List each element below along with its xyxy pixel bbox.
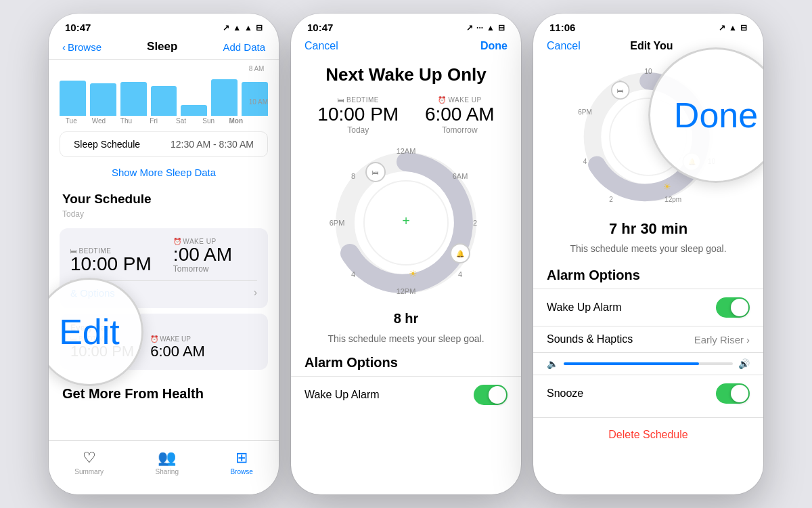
add-data-button[interactable]: Add Data [223,41,265,53]
tab-summary[interactable]: ♡ Summary [74,449,104,475]
p2-wake-alarm-label: Wake Up Alarm [304,389,380,401]
wakeup-col: ⏰ WAKE UP :00 AM Tomorrow [173,238,232,274]
p3-nav-title: Edit You [630,40,673,52]
status-bar-3: 11:06 ↗ ▲ ⊟ [533,14,763,36]
tab-sharing-label: Sharing [155,468,178,475]
bed-icon-3: 🛏 [338,96,345,104]
p3-snooze-row: Snooze [533,375,763,412]
p3-alarm-title: Alarm Options [533,261,763,289]
sharing-icon: 👥 [158,449,176,467]
svg-text:🛏: 🛏 [372,169,379,176]
nav-title: Sleep [147,40,177,54]
status-icons-3: ↗ ▲ ⊟ [719,23,747,33]
bar-fri [151,86,177,116]
p2-alarm-row: Wake Up Alarm [291,376,521,413]
done-button-2[interactable]: Done [480,40,508,52]
wakeup-sub: Tomorrow [173,264,232,274]
bar-thu [120,82,147,116]
phone-2: 10:47 ↗ ··· ▲ ⊟ Cancel Done Next Wake Up… [291,14,521,494]
status-time-1: 10:47 [65,22,91,33]
p3-sounds-row: Sounds & Haptics Early Riser › [533,326,763,352]
chart-label-wed: Wed [87,117,111,125]
y-label-8am: 8 AM [249,65,268,72]
p2-bedtime-col: 🛏 BEDTIME 10:00 PM Today [317,96,399,135]
p2-duration: 8 hr [291,304,521,333]
your-schedule-title: Your Schedule [49,185,279,209]
back-button[interactable]: ‹ Browse [62,41,102,53]
tab-sharing[interactable]: 👥 Sharing [155,449,178,475]
p3-duration: 7 hr 30 min [533,215,763,243]
p3-meets-goal: This schedule meets your sleep goal. [533,243,763,254]
battery-icon-3: ⊟ [740,23,747,33]
battery-icon-2: ⊟ [498,23,505,33]
sleep-schedule-time: 12:30 AM - 8:30 AM [171,139,254,150]
alarm-icon-3: ⏰ [438,96,447,104]
status-icons-2: ↗ ··· ▲ ⊟ [466,23,505,33]
show-more-button[interactable]: Show More Sleep Data [49,160,279,185]
svg-text:12pm: 12pm [664,196,681,203]
svg-text:4: 4 [351,270,355,278]
p2-wakeup-col: ⏰ WAKE UP 6:00 AM Tomorrow [425,96,495,135]
chart-label-sat: Sat [169,117,193,125]
chart-label-sun: Sun [197,117,221,125]
bedtime-col: 🛏 BEDTIME 10:00 PM [70,247,152,274]
p3-sounds-label: Sounds & Haptics [547,333,633,345]
status-time-3: 11:06 [549,22,575,33]
p3-snooze-toggle[interactable] [716,383,750,404]
svg-text:4: 4 [583,158,587,165]
dots-icon: ··· [476,23,483,33]
svg-text:4: 4 [458,270,462,278]
next-wake-title: Next Wake Up Only [291,59,521,96]
p2-nav-bar: Cancel Done [291,36,521,59]
location-icon-2: ↗ [466,23,473,33]
wakeup-label-2: WAKE UP [160,335,191,343]
bedtime-time: 10:00 PM [70,255,152,274]
status-bar-2: 10:47 ↗ ··· ▲ ⊟ [291,14,521,36]
svg-text:6AM: 6AM [453,172,468,180]
volume-high-icon: 🔊 [738,358,750,369]
cancel-button-2[interactable]: Cancel [304,40,338,52]
everyday-wakeup: ⏰ WAKE UP 6:00 AM [150,335,205,360]
bar-tue [60,81,86,116]
p3-sounds-right[interactable]: Early Riser › [694,334,750,345]
tab-browse[interactable]: ⊞ Browse [230,449,252,475]
chart-label-mon: Mon [224,117,248,125]
status-bar-1: 10:47 ↗ ▲ ▲ ⊟ [49,14,279,36]
wakeup-time: :00 AM [173,245,232,264]
today-label: Today [49,209,279,223]
svg-text:☀: ☀ [663,182,671,192]
svg-text:🔔: 🔔 [456,249,465,258]
status-time-2: 10:47 [307,22,333,33]
delete-schedule-button[interactable]: Delete Schedule [533,417,763,452]
wifi-icon: ▲ [244,23,252,33]
wake-alarm-toggle[interactable] [474,385,508,405]
location-icon: ↗ [223,23,229,33]
p2-alarm-title: Alarm Options [291,344,521,376]
p2-clock: 12AM 2 4 12PM 4 6PM 8 6AM 🛏 🔔 + [291,142,521,304]
p2-bedtime-sub: Today [347,125,369,135]
p2-bedtime-type: 🛏 BEDTIME [338,96,379,104]
cancel-button-3[interactable]: Cancel [547,40,581,52]
p2-wakeup-val: 6:00 AM [425,104,495,125]
signal-icon-3: ▲ [729,23,737,33]
phone-1: 10:47 ↗ ▲ ▲ ⊟ ‹ Browse Sleep Add Data [49,14,279,494]
heart-icon: ♡ [83,449,96,467]
battery-icon: ⊟ [256,23,263,33]
sleep-schedule-label: Sleep Schedule [74,139,140,150]
p3-wake-alarm-toggle[interactable] [716,297,750,318]
chevron-right-icon: › [746,334,750,345]
options-chevron: › [254,287,257,299]
svg-text:12AM: 12AM [397,147,416,155]
clock-svg-2: 12AM 2 4 12PM 4 6PM 8 6AM 🛏 🔔 + [325,142,487,304]
signal-icon-2: ▲ [487,23,495,33]
p2-bedtime-val: 10:00 PM [317,104,399,125]
chart-label-fri: Fri [142,117,166,125]
location-icon-3: ↗ [719,23,725,33]
volume-bar[interactable] [564,362,733,365]
alarm-icon-2: ⏰ [150,335,158,343]
p3-snooze-label: Snooze [547,387,583,400]
svg-text:8: 8 [351,172,355,180]
p3-sound-value: Early Riser [694,334,744,345]
svg-text:+: + [402,213,410,228]
volume-fill [564,362,699,365]
